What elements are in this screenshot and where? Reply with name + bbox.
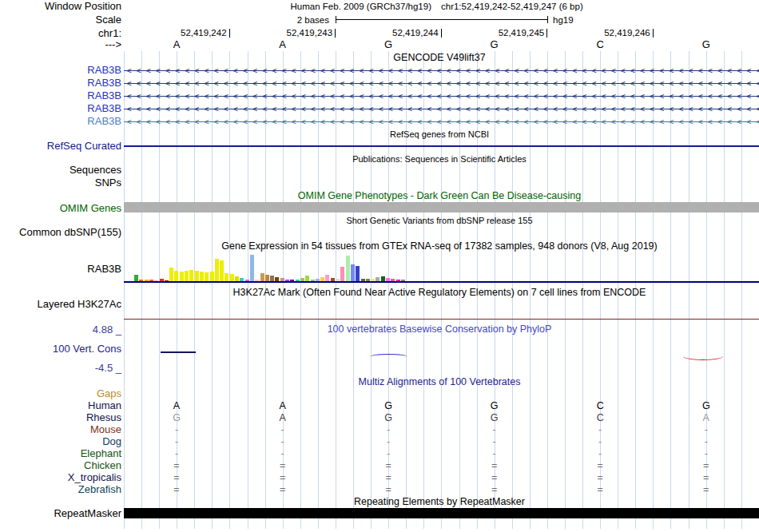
gene-label[interactable]: RAB3B <box>0 116 121 127</box>
strand-arrows-icon: <<<<<<<<<<<<<<<<<<<<<<<<<<<<<<<<<<<<<<<<… <box>126 65 759 77</box>
species-label[interactable]: Human <box>0 400 121 411</box>
gtex-tissue-bar[interactable] <box>174 271 178 281</box>
alignment-base: G <box>336 412 441 423</box>
species-label[interactable]: Chicken <box>0 460 121 471</box>
gtex-tissue-bar[interactable] <box>180 272 184 281</box>
phylop-min-label: -4.5 _ <box>0 363 121 374</box>
species-label[interactable]: Rhesus <box>0 412 121 423</box>
gtex-tissue-bar[interactable] <box>134 275 138 281</box>
window-position-label: Window Position <box>0 1 121 12</box>
repeatmasker-track-label[interactable]: RepeatMasker <box>0 508 121 519</box>
dbsnp-track-label[interactable]: Common dbSNP(155) <box>0 227 121 238</box>
refseq-track-label[interactable]: RefSeq Curated <box>0 141 121 152</box>
alignment-base: = <box>547 472 653 483</box>
gene-transcript[interactable]: <<<<<<<<<<<<<<<<<<<<<<<<<<<<<<<<<<<<<<<<… <box>124 103 759 115</box>
coordinate-label: 52,419,243 <box>262 28 332 38</box>
alignment-base: - <box>336 424 441 435</box>
gtex-tissue-bar[interactable] <box>189 270 193 281</box>
alignment-base: - <box>654 436 759 447</box>
gtex-tissue-bar[interactable] <box>260 273 264 281</box>
coordinate-label: 52,419,242 <box>157 28 227 38</box>
phylop-title[interactable]: 100 vertebrates Basewise Conservation by… <box>124 324 755 335</box>
gene-transcript[interactable]: <<<<<<<<<<<<<<<<<<<<<<<<<<<<<<<<<<<<<<<<… <box>124 90 759 102</box>
omim-title[interactable]: OMIM Gene Phenotypes - Dark Green Can Be… <box>124 191 755 201</box>
reference-base: A <box>230 39 336 50</box>
h3k27ac-baseline <box>124 319 759 320</box>
alignment-base: = <box>442 460 547 471</box>
gtex-tissue-bar[interactable] <box>265 275 269 281</box>
gtex-tissue-bar[interactable] <box>169 268 173 281</box>
alignment-base: - <box>442 424 547 435</box>
coordinate-tick <box>546 29 547 38</box>
alignment-base: = <box>547 460 653 471</box>
gtex-tissue-bar[interactable] <box>195 271 199 281</box>
species-label[interactable]: Gaps <box>0 388 121 399</box>
gtex-tissue-bar[interactable] <box>205 272 209 281</box>
repeatmasker-title[interactable]: Repeating Elements by RepeatMasker <box>124 497 755 507</box>
gtex-tissue-bar[interactable] <box>185 271 189 281</box>
gtex-tissue-bar[interactable] <box>356 266 360 281</box>
gtex-barchart[interactable] <box>124 255 759 281</box>
refseq-line[interactable] <box>124 145 759 147</box>
h3k27ac-title[interactable]: H3K27Ac Mark (Often Found Near Active Re… <box>124 288 755 298</box>
gtex-tissue-bar[interactable] <box>305 276 309 281</box>
conservation-mark[interactable] <box>370 354 407 359</box>
alignment-base: C <box>547 412 653 423</box>
gencode-title[interactable]: GENCODE V49lift37 <box>124 53 755 63</box>
alignment-base: G <box>336 400 441 411</box>
gtex-tissue-bar[interactable] <box>220 260 224 281</box>
gtex-tissue-bar[interactable] <box>200 272 204 281</box>
gtex-tissue-bar[interactable] <box>340 267 344 281</box>
conservation-mark[interactable] <box>683 352 723 360</box>
gene-transcript[interactable]: <<<<<<<<<<<<<<<<<<<<<<<<<<<<<<<<<<<<<<<<… <box>124 65 759 77</box>
gtex-track-label[interactable]: RAB3B <box>0 264 121 275</box>
gtex-title[interactable]: Gene Expression in 54 tissues from GTEx … <box>124 241 755 252</box>
alignment-base: - <box>124 436 229 447</box>
gtex-tissue-bar[interactable] <box>325 275 329 281</box>
omim-track-label[interactable]: OMIM Genes <box>0 203 121 214</box>
gtex-tissue-bar[interactable] <box>346 256 350 281</box>
refseq-title[interactable]: RefSeq genes from NCBI <box>124 129 755 140</box>
gtex-tissue-bar[interactable] <box>230 274 234 281</box>
alignment-base: - <box>654 448 759 459</box>
alignment-base: - <box>124 448 229 459</box>
gene-transcript[interactable]: <<<<<<<<<<<<<<<<<<<<<<<<<<<<<<<<<<<<<<<<… <box>124 116 759 128</box>
gene-label[interactable]: RAB3B <box>0 103 121 114</box>
reference-base: G <box>336 39 441 50</box>
species-label[interactable]: Dog <box>0 436 121 447</box>
alignment-base: - <box>230 448 336 459</box>
conservation-track-label[interactable]: 100 Vert. Cons <box>0 343 121 355</box>
alignment-base: G <box>442 412 547 423</box>
h3k27ac-track-label[interactable]: Layered H3K27Ac <box>0 299 121 310</box>
coordinate-tick <box>653 29 654 38</box>
alignment-base: = <box>336 472 441 483</box>
gene-label[interactable]: RAB3B <box>0 77 121 89</box>
gene-label[interactable]: RAB3B <box>0 65 121 76</box>
gtex-tissue-bar[interactable] <box>270 276 274 281</box>
gene-label[interactable]: RAB3B <box>0 90 121 101</box>
species-label[interactable]: X_tropicalis <box>0 472 121 483</box>
species-label[interactable]: Elephant <box>0 448 121 459</box>
gtex-tissue-bar[interactable] <box>250 255 254 281</box>
gtex-tissue-bar[interactable] <box>351 264 355 281</box>
sequences-track-label[interactable]: Sequences <box>0 165 121 176</box>
alignment-base: - <box>442 448 547 459</box>
strand-label: ---> <box>0 39 121 50</box>
species-label[interactable]: Zebrafish <box>0 484 121 495</box>
snps-track-label[interactable]: SNPs <box>0 177 121 189</box>
conservation-mark[interactable] <box>161 351 196 353</box>
gtex-tissue-bar[interactable] <box>225 273 228 281</box>
omim-bar[interactable] <box>124 202 759 212</box>
alignment-base: A <box>654 412 759 423</box>
gtex-tissue-bar[interactable] <box>215 259 219 281</box>
dbsnp-title[interactable]: Short Genetic Variants from dbSNP releas… <box>124 216 755 226</box>
alignment-base: A <box>230 412 336 423</box>
gtex-tissue-bar[interactable] <box>210 272 214 281</box>
alignment-base: = <box>124 484 229 495</box>
species-label[interactable]: Mouse <box>0 424 121 435</box>
gene-transcript[interactable]: <<<<<<<<<<<<<<<<<<<<<<<<<<<<<<<<<<<<<<<<… <box>124 77 759 89</box>
multiz-title[interactable]: Multiz Alignments of 100 Vertebrates <box>124 377 755 387</box>
repeatmasker-bar[interactable] <box>124 508 759 518</box>
coordinate-label: 52,419,245 <box>474 28 544 38</box>
publications-title[interactable]: Publications: Sequences in Scientific Ar… <box>124 154 755 165</box>
